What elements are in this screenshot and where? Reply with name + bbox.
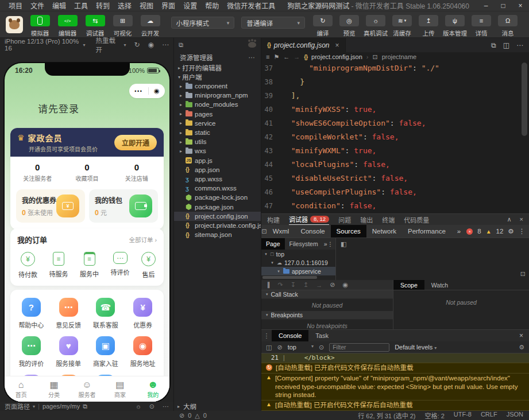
user-avatar[interactable] [6, 16, 23, 33]
code-line[interactable]: 41 "showES6CompileOption": false, [261, 116, 529, 130]
record-icon[interactable]: ◉ [148, 41, 154, 49]
eol-setting[interactable]: CRLF [481, 411, 497, 420]
nav-back-icon[interactable]: ← [283, 53, 289, 60]
mode-button[interactable]: </>编辑器 [54, 15, 82, 37]
collapse-panel-icon[interactable]: ∧ [507, 216, 512, 223]
file-row[interactable]: ▸wxs [174, 146, 261, 155]
context-selector[interactable]: top ▾ [288, 344, 314, 351]
code-line[interactable]: 40 "minifyWXSS": true, [261, 103, 529, 116]
page-path-selector[interactable]: 页面路径 [5, 402, 30, 411]
panel-tab-终端[interactable]: 终端 [382, 214, 395, 225]
toolbar-action-button[interactable]: ≋▾清缓存 [389, 15, 415, 37]
menu-item[interactable]: 编辑 [48, 1, 70, 10]
file-row[interactable]: {}sitemap.json [174, 230, 261, 239]
tabbar-item-首页[interactable]: ⌂首页 [5, 376, 37, 402]
call-stack-section[interactable]: ▾ Call Stack [261, 290, 393, 299]
console-tab-Task[interactable]: Task [308, 330, 335, 341]
debug-control-icon[interactable]: ∥ [267, 281, 271, 289]
debug-control-icon[interactable]: ⊘ [330, 281, 335, 289]
order-item[interactable]: ⋯待评价 [111, 252, 130, 279]
file-row[interactable]: package-lock.json [174, 193, 261, 202]
refresh-icon[interactable]: ↻ [134, 41, 140, 49]
more-icon[interactable]: ⋯ [162, 41, 169, 49]
sources-tab-Filesystem[interactable]: Filesystem [285, 238, 323, 250]
code-line[interactable]: 43 "minifyWXML": true, [261, 144, 529, 158]
tabbar-item-我的[interactable]: ☻我的 [137, 376, 169, 402]
service-item[interactable]: ?帮助中心 [13, 298, 50, 329]
errors-icon[interactable]: ⊘ [179, 412, 184, 419]
file-row[interactable]: JSapp.js [174, 156, 261, 165]
mode-button[interactable]: 模拟器 [26, 15, 54, 37]
breadcrumb-file[interactable]: project.config.json [311, 53, 362, 60]
tabbar-item-分类[interactable]: ▦分类 [37, 376, 70, 402]
devtools-tab-Network[interactable]: Network [366, 225, 402, 238]
order-item[interactable]: ≡服务中 [80, 252, 99, 279]
settings-gear-icon[interactable]: ⚙ [508, 227, 513, 235]
service-item[interactable]: ◉服务地址 [124, 336, 161, 368]
debug-control-icon[interactable]: → [316, 282, 322, 289]
toolbar-action-button[interactable]: ↻编译 [310, 15, 336, 37]
clear-console-icon[interactable]: ⊘ [277, 344, 282, 351]
wallet-card[interactable]: 我的优惠券0张未使用¥ [16, 189, 85, 223]
project-root-section[interactable]: ▾ 用户端 [174, 72, 261, 81]
menu-item[interactable]: 微信开发者工具 [223, 1, 279, 10]
maximize-button[interactable]: □ [495, 2, 512, 10]
menu-item[interactable]: 设置 [179, 1, 201, 10]
service-item[interactable]: ▣商家入驻 [87, 336, 125, 368]
open-membership-button[interactable]: 立即开通 [114, 135, 157, 150]
editor-scrollbar[interactable] [522, 63, 527, 136]
toolbar-action-button[interactable]: Ω消息 [495, 15, 521, 37]
dock-icon[interactable]: ⊡ [520, 270, 526, 278]
file-row[interactable]: ▸utils [174, 137, 261, 146]
code-line[interactable]: 37 "miniprogramNpmDistDir": "./" [261, 61, 529, 75]
more-actions-icon[interactable]: ⋯ [516, 41, 523, 49]
devtools-tab-Performance[interactable]: Performance [402, 225, 451, 238]
file-row[interactable]: {}app.json [174, 165, 261, 174]
panel-tab-构建[interactable]: 构建 [267, 214, 280, 225]
toolbar-action-button[interactable]: ↥上传 [415, 15, 442, 37]
stat-item[interactable]: 0关注服务者 [13, 162, 62, 182]
encoding-setting[interactable]: UTF-8 [454, 411, 472, 420]
kebab-menu-icon[interactable]: ⋮ [327, 240, 336, 247]
cursor-position[interactable]: 行 62, 列 31 (选中 2) [358, 411, 415, 420]
tree-item[interactable]: ▾□top [261, 250, 335, 258]
toolbar-action-button[interactable]: ☼真机调试 [362, 15, 389, 37]
order-item[interactable]: ¥待付款 [18, 252, 37, 279]
menu-item[interactable]: 工具 [70, 1, 92, 10]
service-item[interactable]: ⋯我的评价 [13, 336, 50, 368]
tree-item[interactable]: ▾appservice [261, 267, 335, 275]
code-line[interactable]: 38 } [261, 75, 529, 89]
file-row[interactable]: ▸static [174, 128, 261, 137]
panel-tab-调试器[interactable]: 调试器8, 12 [289, 214, 329, 225]
devtools-tab-Sources[interactable]: Sources [331, 225, 366, 238]
mode-button[interactable]: ⊞可视化 [109, 15, 137, 37]
more-icon[interactable]: ⋯ [249, 53, 256, 61]
close-drawer-icon[interactable]: × [519, 332, 529, 340]
order-item[interactable]: ¥售后 [141, 252, 156, 279]
login-prompt[interactable]: 请先登录 [38, 101, 79, 115]
language-mode[interactable]: JSON [507, 411, 523, 420]
tabbar-item-商家[interactable]: ▤商家 [103, 376, 136, 402]
close-button[interactable]: × [512, 2, 529, 10]
code-line[interactable]: 45 "disableUseStrict": false, [261, 172, 529, 185]
stat-item[interactable]: 0关注店铺 [112, 162, 161, 182]
debug-control-icon[interactable]: ↷ [278, 281, 283, 289]
indentation-setting[interactable]: 空格: 2 [425, 411, 445, 420]
nav-for</span>ward-icon[interactable]: → [294, 53, 300, 60]
log-levels-selector[interactable]: Default levels ▾ [395, 344, 437, 351]
tree-item[interactable]: ▾☁127.0.0.1:16019 [261, 258, 335, 267]
console-filter-input[interactable] [329, 343, 389, 352]
kebab-menu-icon[interactable]: ⋮ [261, 332, 272, 340]
eye-icon[interactable]: ⊙ [319, 344, 324, 351]
more-icon[interactable]: ⋯ [163, 403, 169, 410]
console-sidebar-icon[interactable]: ◫ [266, 344, 272, 351]
device-selector[interactable]: iPhone 12/13 (Pro) 100% 16 [5, 38, 81, 52]
all-orders-link[interactable]: 全部订单 › [129, 235, 157, 244]
devtools-tab-Wxml[interactable]: Wxml [267, 225, 295, 238]
vconsole-icon[interactable]: ☼ [136, 403, 141, 410]
toolbar-action-button[interactable]: ≡详情 [468, 15, 495, 37]
split-editor-icon[interactable]: ◫ [503, 41, 509, 49]
devtools-tab-Console[interactable]: Console [295, 225, 330, 238]
more-tabs-icon[interactable]: » [451, 225, 466, 238]
tabbar-item-服务者[interactable]: ☺服务者 [71, 376, 103, 402]
